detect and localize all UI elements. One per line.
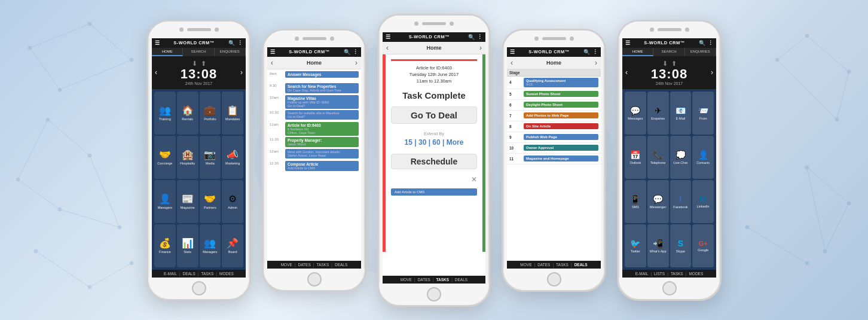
icon-hospitality[interactable]: 🏨 Hospitality bbox=[177, 136, 198, 179]
bottom-dates-4[interactable]: DATES bbox=[537, 263, 550, 267]
menu-icon-2[interactable]: ☰ bbox=[270, 49, 275, 55]
more-icon-5[interactable]: ⋮ bbox=[708, 40, 713, 46]
next-arrow-3[interactable]: › bbox=[479, 44, 482, 52]
bottom-tasks[interactable]: TASKS bbox=[201, 272, 214, 276]
tab-home-5[interactable]: HOME bbox=[622, 48, 653, 56]
menu-icon-5[interactable]: ☰ bbox=[625, 40, 630, 46]
stage-task-7[interactable]: Add Photos to Web Page bbox=[524, 112, 598, 118]
home-button-3[interactable] bbox=[427, 287, 441, 301]
search-icon-3[interactable]: 🔍 bbox=[468, 34, 475, 40]
bottom-tasks-3[interactable]: TASKS bbox=[436, 278, 450, 282]
icon-partners[interactable]: 🤝 Partners bbox=[200, 180, 221, 223]
item-article-6403[interactable]: Article for ID:6403 6 Nettleton RdClifto… bbox=[285, 122, 359, 136]
bottom-lists-5[interactable]: LISTS bbox=[654, 272, 665, 276]
item-compose-article[interactable]: Compose Article Add Article to CMS bbox=[285, 161, 359, 171]
msg-from[interactable]: 📨 From bbox=[692, 92, 714, 135]
prev-arrow[interactable]: ‹ bbox=[155, 68, 157, 77]
home-button-4[interactable] bbox=[547, 272, 561, 287]
bottom-deals[interactable]: DEALS bbox=[182, 272, 195, 276]
bottom-move-4[interactable]: MOVE bbox=[520, 263, 531, 267]
reschedule-button[interactable]: Reschedule bbox=[391, 154, 477, 169]
icon-stats[interactable]: 📊 Stats bbox=[177, 224, 198, 267]
prev-arrow-5[interactable]: ‹ bbox=[625, 68, 628, 77]
stage-task-10[interactable]: Owner Approval bbox=[524, 145, 598, 151]
add-article-cms-bar[interactable]: Add Article to CMS bbox=[391, 188, 477, 196]
search-icon-4[interactable]: 🔍 bbox=[583, 49, 590, 55]
stage-task-8[interactable]: On Site Article bbox=[524, 123, 598, 129]
icon-managers[interactable]: 👤 Managers bbox=[154, 180, 176, 223]
msg-twitter[interactable]: 🐦 Twitter bbox=[625, 224, 646, 267]
icon-mandates[interactable]: 📋 Mandates bbox=[222, 92, 243, 135]
stage-task-5[interactable]: Sunset Photo Shoot bbox=[524, 91, 598, 97]
msg-google[interactable]: G+ Google bbox=[692, 224, 714, 267]
bottom-deals-3[interactable]: DEALS bbox=[455, 278, 467, 282]
more-icon-2[interactable]: ⋮ bbox=[353, 49, 358, 55]
tab-enquiries-5[interactable]: ENQUIRIES bbox=[685, 48, 716, 56]
stage-task-9[interactable]: Publish Web Page bbox=[524, 134, 598, 140]
msg-messages[interactable]: 💬 Messages bbox=[625, 92, 646, 135]
icon-finance[interactable]: 💰 Finance bbox=[154, 224, 176, 267]
msg-linkedin[interactable]: in LinkedIn bbox=[692, 180, 714, 223]
icon-managers2[interactable]: 👥 Managers bbox=[200, 224, 221, 267]
next-arrow-2[interactable]: › bbox=[355, 59, 357, 67]
bottom-modes-5[interactable]: MODES bbox=[689, 272, 703, 276]
next-arrow[interactable]: › bbox=[240, 68, 243, 77]
bottom-move-3[interactable]: MOVE bbox=[401, 278, 412, 282]
msg-enquiries[interactable]: ✈ Enquiries bbox=[647, 92, 669, 135]
stage-task-6[interactable]: Daylight Photo Shoot bbox=[524, 102, 598, 108]
bottom-modes[interactable]: MODES bbox=[219, 272, 234, 276]
icon-media[interactable]: 📷 Media bbox=[200, 136, 221, 179]
icon-rentals[interactable]: 🏠 Rentals bbox=[177, 92, 198, 135]
go-to-deal-button[interactable]: Go To Deal bbox=[391, 106, 477, 124]
tab-search-5[interactable]: SEARCH bbox=[653, 48, 684, 56]
bottom-email[interactable]: E-MAIL bbox=[164, 272, 177, 276]
bottom-deals-2[interactable]: DEALS bbox=[335, 263, 347, 267]
menu-icon[interactable]: ☰ bbox=[155, 40, 160, 46]
msg-sms[interactable]: 📱 SMS bbox=[625, 180, 646, 223]
tab-search[interactable]: SEARCH bbox=[183, 48, 214, 56]
tab-enquiries[interactable]: ENQUIRIES bbox=[215, 48, 246, 56]
search-icon-2[interactable]: 🔍 bbox=[344, 49, 350, 55]
icon-training[interactable]: 👥 Training bbox=[154, 92, 176, 135]
search-icon[interactable]: 🔍 bbox=[228, 40, 235, 46]
item-property-manager[interactable]: Property Manager: Jason Wood bbox=[285, 137, 359, 147]
prev-arrow-4[interactable]: ‹ bbox=[511, 59, 513, 67]
icon-board[interactable]: 📌 Board bbox=[222, 224, 243, 267]
msg-facebook[interactable]: f Facebook bbox=[670, 180, 692, 223]
msg-skype[interactable]: S Skype bbox=[670, 224, 692, 267]
msg-outlook[interactable]: 📅 Outlook bbox=[625, 136, 646, 179]
item-answer-messages[interactable]: Answer Messages bbox=[285, 71, 359, 78]
icon-admin[interactable]: ⚙ Admin bbox=[222, 180, 243, 223]
bottom-tasks-5[interactable]: TASKS bbox=[671, 272, 683, 276]
menu-icon-3[interactable]: ☰ bbox=[386, 34, 390, 40]
stage-task-11[interactable]: Magazine and Homepage bbox=[524, 156, 598, 161]
extend-options[interactable]: 15 | 30 | 60 | More bbox=[405, 138, 464, 147]
stage-task-4[interactable]: Qualifying Assessment 9/10 bbox=[524, 78, 598, 87]
msg-contacts[interactable]: 👤 Contacts bbox=[692, 136, 714, 179]
icon-concierge[interactable]: 🤝 Concierge bbox=[154, 136, 176, 179]
prev-arrow-3[interactable]: ‹ bbox=[386, 44, 389, 52]
home-button[interactable] bbox=[192, 281, 206, 295]
msg-whatsapp[interactable]: 📲 What's App bbox=[647, 224, 669, 267]
msg-messenger[interactable]: 💬 Messenger bbox=[647, 180, 669, 223]
more-icon-3[interactable]: ⋮ bbox=[477, 34, 482, 40]
msg-email[interactable]: 📧 E-Mail bbox=[670, 92, 692, 135]
icon-portfolio[interactable]: 💼 Portfolio bbox=[200, 92, 221, 135]
icon-marketing[interactable]: 📣 Marketing bbox=[222, 136, 243, 179]
search-icon-5[interactable]: 🔍 bbox=[699, 40, 705, 46]
bottom-tasks-2[interactable]: TASKS bbox=[316, 263, 329, 267]
msg-live-chat[interactable]: 💭 Live Chat bbox=[670, 136, 692, 179]
menu-icon-4[interactable]: ☰ bbox=[510, 49, 515, 55]
item-search-properties[interactable]: Search for New Properties On Cape Stay, … bbox=[285, 83, 359, 93]
more-icon[interactable]: ⋮ bbox=[237, 40, 243, 46]
item-meet-gordon[interactable]: Meet with Gordon, important details:Stef… bbox=[285, 149, 359, 159]
home-button-2[interactable] bbox=[307, 272, 322, 287]
bottom-deals-4[interactable]: DEALS bbox=[574, 263, 588, 267]
tab-home[interactable]: HOME bbox=[152, 48, 183, 56]
icon-magazine[interactable]: 📰 Magazine bbox=[177, 180, 198, 223]
next-arrow-5[interactable]: › bbox=[711, 68, 713, 77]
item-villa-search[interactable]: Search for suitable villa in MauritiusGo… bbox=[285, 110, 359, 120]
item-magazine-villas[interactable]: Magazine Villas Follow up with Villa ID:… bbox=[285, 95, 359, 109]
msg-telephone[interactable]: 📞 Telephone bbox=[647, 136, 669, 179]
close-button[interactable]: ✕ bbox=[471, 175, 477, 184]
